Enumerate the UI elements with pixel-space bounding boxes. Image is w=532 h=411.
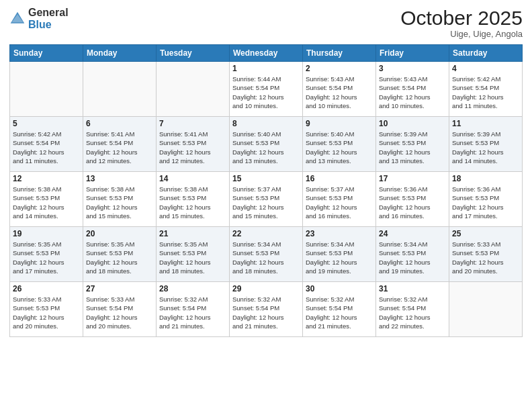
day-number: 5: [13, 119, 80, 128]
day-info: Sunrise: 5:39 AMSunset: 5:53 PMDaylight:…: [379, 130, 446, 165]
calendar-day-cell: 30Sunrise: 5:32 AMSunset: 5:54 PMDayligh…: [303, 282, 376, 337]
calendar-day-cell: 1Sunrise: 5:44 AMSunset: 5:54 PMDaylight…: [230, 62, 303, 117]
calendar-table: SundayMondayTuesdayWednesdayThursdayFrid…: [9, 44, 523, 337]
day-info: Sunrise: 5:35 AMSunset: 5:53 PMDaylight:…: [159, 240, 226, 275]
calendar-day-cell: 23Sunrise: 5:34 AMSunset: 5:53 PMDayligh…: [303, 227, 376, 282]
calendar-day-cell: 9Sunrise: 5:40 AMSunset: 5:53 PMDaylight…: [303, 117, 376, 172]
day-number: 13: [86, 174, 153, 183]
day-number: 3: [379, 64, 446, 73]
logo-general-text: General: [28, 7, 69, 18]
calendar-day-cell: 17Sunrise: 5:36 AMSunset: 5:53 PMDayligh…: [376, 172, 449, 227]
weekday-header-cell: Friday: [376, 45, 449, 62]
calendar-day-cell: 11Sunrise: 5:39 AMSunset: 5:53 PMDayligh…: [449, 117, 523, 172]
day-number: 9: [306, 119, 373, 128]
calendar-day-cell: [10, 62, 83, 117]
title-block: October 2025 Uige, Uige, Angola: [400, 7, 523, 39]
calendar-day-cell: 4Sunrise: 5:42 AMSunset: 5:54 PMDaylight…: [449, 62, 523, 117]
day-number: 7: [159, 119, 226, 128]
day-info: Sunrise: 5:42 AMSunset: 5:54 PMDaylight:…: [452, 75, 519, 110]
location: Uige, Uige, Angola: [400, 29, 523, 39]
day-info: Sunrise: 5:37 AMSunset: 5:53 PMDaylight:…: [306, 185, 373, 220]
logo-text: General Blue: [28, 7, 69, 30]
calendar-day-cell: 5Sunrise: 5:42 AMSunset: 5:54 PMDaylight…: [10, 117, 83, 172]
calendar-day-cell: 2Sunrise: 5:43 AMSunset: 5:54 PMDaylight…: [303, 62, 376, 117]
calendar-day-cell: 22Sunrise: 5:34 AMSunset: 5:53 PMDayligh…: [230, 227, 303, 282]
logo: General Blue: [9, 7, 69, 30]
day-info: Sunrise: 5:32 AMSunset: 5:54 PMDaylight:…: [379, 295, 446, 330]
day-number: 10: [379, 119, 446, 128]
calendar-day-cell: 7Sunrise: 5:41 AMSunset: 5:53 PMDaylight…: [157, 117, 230, 172]
day-info: Sunrise: 5:39 AMSunset: 5:53 PMDaylight:…: [452, 130, 519, 165]
day-info: Sunrise: 5:37 AMSunset: 5:53 PMDaylight:…: [232, 185, 300, 220]
day-number: 27: [86, 284, 153, 293]
day-info: Sunrise: 5:33 AMSunset: 5:53 PMDaylight:…: [13, 295, 80, 330]
calendar-day-cell: 21Sunrise: 5:35 AMSunset: 5:53 PMDayligh…: [157, 227, 230, 282]
day-info: Sunrise: 5:32 AMSunset: 5:54 PMDaylight:…: [306, 295, 373, 330]
day-info: Sunrise: 5:38 AMSunset: 5:53 PMDaylight:…: [13, 185, 80, 220]
day-info: Sunrise: 5:44 AMSunset: 5:54 PMDaylight:…: [232, 75, 300, 110]
calendar-week-row: 19Sunrise: 5:35 AMSunset: 5:53 PMDayligh…: [10, 227, 523, 282]
day-info: Sunrise: 5:40 AMSunset: 5:53 PMDaylight:…: [306, 130, 373, 165]
calendar-day-cell: 8Sunrise: 5:40 AMSunset: 5:53 PMDaylight…: [230, 117, 303, 172]
weekday-header-cell: Saturday: [449, 45, 523, 62]
calendar-day-cell: 24Sunrise: 5:34 AMSunset: 5:53 PMDayligh…: [376, 227, 449, 282]
logo-icon: [9, 11, 26, 27]
day-info: Sunrise: 5:43 AMSunset: 5:54 PMDaylight:…: [306, 75, 373, 110]
calendar-day-cell: 15Sunrise: 5:37 AMSunset: 5:53 PMDayligh…: [230, 172, 303, 227]
calendar-week-row: 5Sunrise: 5:42 AMSunset: 5:54 PMDaylight…: [10, 117, 523, 172]
day-number: 14: [159, 174, 226, 183]
day-number: 28: [159, 284, 226, 293]
day-info: Sunrise: 5:41 AMSunset: 5:53 PMDaylight:…: [159, 130, 226, 165]
day-number: 24: [379, 229, 446, 238]
day-info: Sunrise: 5:33 AMSunset: 5:54 PMDaylight:…: [86, 295, 153, 330]
calendar-day-cell: 19Sunrise: 5:35 AMSunset: 5:53 PMDayligh…: [10, 227, 83, 282]
calendar-day-cell: 13Sunrise: 5:38 AMSunset: 5:53 PMDayligh…: [83, 172, 157, 227]
day-number: 31: [379, 284, 446, 293]
calendar-week-row: 12Sunrise: 5:38 AMSunset: 5:53 PMDayligh…: [10, 172, 523, 227]
calendar-day-cell: 6Sunrise: 5:41 AMSunset: 5:54 PMDaylight…: [83, 117, 157, 172]
day-info: Sunrise: 5:40 AMSunset: 5:53 PMDaylight:…: [232, 130, 300, 165]
weekday-header-cell: Wednesday: [230, 45, 303, 62]
day-number: 23: [306, 229, 373, 238]
day-number: 1: [232, 64, 300, 73]
weekday-header-cell: Thursday: [303, 45, 376, 62]
calendar-day-cell: 28Sunrise: 5:32 AMSunset: 5:54 PMDayligh…: [157, 282, 230, 337]
day-number: 25: [452, 229, 519, 238]
calendar-day-cell: 10Sunrise: 5:39 AMSunset: 5:53 PMDayligh…: [376, 117, 449, 172]
day-number: 30: [306, 284, 373, 293]
calendar-day-cell: 29Sunrise: 5:32 AMSunset: 5:54 PMDayligh…: [230, 282, 303, 337]
calendar-day-cell: 12Sunrise: 5:38 AMSunset: 5:53 PMDayligh…: [10, 172, 83, 227]
day-number: 29: [232, 284, 300, 293]
day-number: 20: [86, 229, 153, 238]
day-number: 12: [13, 174, 80, 183]
day-number: 21: [159, 229, 226, 238]
day-info: Sunrise: 5:38 AMSunset: 5:53 PMDaylight:…: [159, 185, 226, 220]
day-number: 17: [379, 174, 446, 183]
calendar-day-cell: 27Sunrise: 5:33 AMSunset: 5:54 PMDayligh…: [83, 282, 157, 337]
weekday-header-cell: Monday: [83, 45, 157, 62]
day-number: 6: [86, 119, 153, 128]
weekday-header-cell: Tuesday: [157, 45, 230, 62]
weekday-header-row: SundayMondayTuesdayWednesdayThursdayFrid…: [10, 45, 523, 62]
calendar-day-cell: 26Sunrise: 5:33 AMSunset: 5:53 PMDayligh…: [10, 282, 83, 337]
calendar-day-cell: 18Sunrise: 5:36 AMSunset: 5:53 PMDayligh…: [449, 172, 523, 227]
day-number: 4: [452, 64, 519, 73]
day-number: 8: [232, 119, 300, 128]
calendar-day-cell: [449, 282, 523, 337]
day-number: 19: [13, 229, 80, 238]
calendar-body: 1Sunrise: 5:44 AMSunset: 5:54 PMDaylight…: [10, 62, 523, 337]
day-info: Sunrise: 5:34 AMSunset: 5:53 PMDaylight:…: [306, 240, 373, 275]
day-info: Sunrise: 5:35 AMSunset: 5:53 PMDaylight:…: [13, 240, 80, 275]
day-number: 11: [452, 119, 519, 128]
calendar-week-row: 1Sunrise: 5:44 AMSunset: 5:54 PMDaylight…: [10, 62, 523, 117]
day-info: Sunrise: 5:36 AMSunset: 5:53 PMDaylight:…: [379, 185, 446, 220]
day-info: Sunrise: 5:32 AMSunset: 5:54 PMDaylight:…: [159, 295, 226, 330]
day-info: Sunrise: 5:36 AMSunset: 5:53 PMDaylight:…: [452, 185, 519, 220]
calendar-day-cell: 20Sunrise: 5:35 AMSunset: 5:53 PMDayligh…: [83, 227, 157, 282]
calendar-day-cell: 3Sunrise: 5:43 AMSunset: 5:54 PMDaylight…: [376, 62, 449, 117]
page-header: General Blue October 2025 Uige, Uige, An…: [9, 7, 523, 39]
day-number: 2: [306, 64, 373, 73]
calendar-day-cell: 31Sunrise: 5:32 AMSunset: 5:54 PMDayligh…: [376, 282, 449, 337]
day-info: Sunrise: 5:41 AMSunset: 5:54 PMDaylight:…: [86, 130, 153, 165]
day-info: Sunrise: 5:42 AMSunset: 5:54 PMDaylight:…: [13, 130, 80, 165]
